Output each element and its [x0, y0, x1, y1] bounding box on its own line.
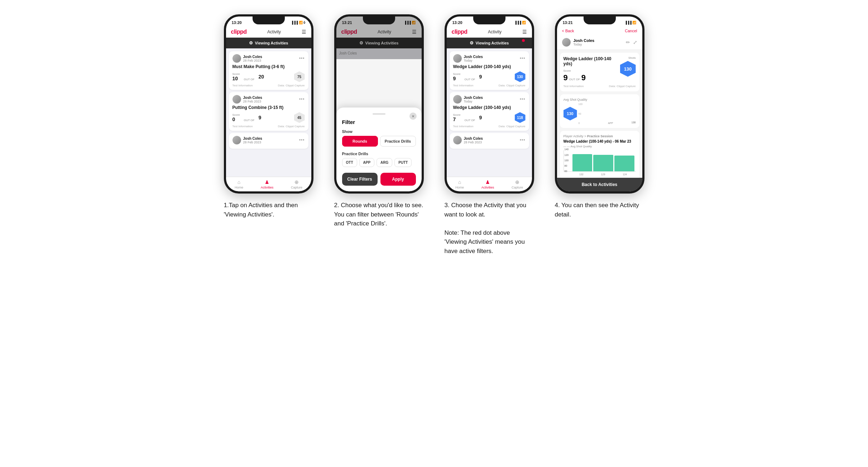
practice-activity-4: Player Activity > Practice Session	[564, 134, 636, 138]
phone-screen-2: 13:21 ▐▐▐ 📶 clippd Activity ☰ ⚙ Viewing …	[336, 16, 422, 191]
nav-home-1[interactable]: ⌂ Home	[235, 179, 243, 189]
footer-right-3-0: Data: Clippd Capture	[499, 84, 526, 87]
activities-icon-3: ♟	[485, 179, 490, 185]
phone-col-1: 13:20 ▐▐▐ 📶 ὐ‌ clippd Activity ☰ ⚙ Viewi…	[219, 14, 319, 219]
score-label-1-1: Score	[232, 113, 240, 116]
user-date-3-0: Today	[464, 59, 483, 62]
capture-icon-1: ⊕	[294, 179, 299, 185]
header-title-3: Activity	[488, 29, 502, 34]
drill-arg-2[interactable]: ARG	[377, 158, 392, 167]
viewing-banner-3[interactable]: ⚙ Viewing Activities	[447, 38, 532, 48]
more-dots-1-2[interactable]: •••	[299, 138, 305, 143]
filter-actions-2: Clear Filters Apply	[342, 173, 416, 186]
phone-screen-4: 13:21 ▐▐▐ 📶 < Back Cancel Josh Coles Tod…	[557, 16, 642, 191]
expand-icon-4[interactable]: ⤢	[633, 39, 637, 45]
out-of-3-0: OUT OF	[464, 78, 475, 81]
viewing-activities-label-3: Viewing Activities	[476, 41, 509, 45]
out-of-1-1: OUT OF	[244, 119, 254, 122]
filter-close-2[interactable]: ✕	[409, 113, 417, 120]
detail-user-date-4: Today	[574, 43, 595, 46]
session-subtitle-4: — — Avg Shot Quality	[564, 145, 636, 148]
user-name-1-2: Josh Coles	[243, 137, 262, 140]
footer-right-1-1: Data: Clippd Capture	[278, 125, 305, 128]
viewing-banner-1[interactable]: ⚙ Viewing Activities	[226, 38, 311, 48]
activity-card-3-2[interactable]: Josh Coles 28 Feb 2023 •••	[450, 133, 529, 149]
drag-handle-2[interactable]	[373, 113, 385, 115]
nav-capture-label-1: Capture	[291, 186, 302, 189]
user-date-1-2: 28 Feb 2023	[243, 140, 262, 144]
shots-val-3-1: 9	[479, 115, 482, 120]
nav-activities-label-1: Activities	[261, 186, 274, 189]
more-dots-1-1[interactable]: •••	[299, 97, 305, 102]
nav-home-3[interactable]: ⌂ Home	[455, 179, 464, 189]
activity-card-3-0[interactable]: Josh Coles Today ••• Wedge Ladder (100-1…	[450, 51, 529, 90]
apply-btn-2[interactable]: Apply	[380, 173, 416, 186]
avg-sq-label-4: Avg Shot Quality	[564, 98, 636, 101]
edit-icon-4[interactable]: ✏	[626, 39, 630, 45]
detail-user-section-4: Josh Coles Today ✏ ⤢	[557, 35, 642, 50]
caption-text-4: 4. You can then see the Activity detail.	[555, 202, 639, 218]
app-header-3: clippd Activity ☰	[447, 27, 532, 38]
hamburger-icon-3[interactable]: ☰	[522, 29, 527, 35]
score-val-3-0: 9	[453, 76, 461, 81]
activity-card-1-0[interactable]: Josh Coles 28 Feb 2023 ••• Must Make Put…	[229, 51, 308, 90]
avatar-1-1	[232, 95, 241, 104]
activity-card-1-2[interactable]: Josh Coles 28 Feb 2023 •••	[229, 133, 308, 149]
nav-activities-3[interactable]: ♟ Activities	[481, 179, 494, 189]
score-val-4: 9	[564, 73, 568, 82]
notch-2	[363, 16, 395, 24]
drill-app-2[interactable]: APP	[359, 158, 375, 167]
logo-1: clippd	[231, 29, 247, 35]
nav-capture-3[interactable]: ⊕ Capture	[512, 179, 523, 189]
drill-ott-2[interactable]: OTT	[342, 158, 357, 167]
nav-activities-1[interactable]: ♟ Activities	[261, 179, 274, 189]
footer-left-3-1: Test Information	[453, 125, 474, 128]
more-dots-1-0[interactable]: •••	[299, 56, 305, 61]
clear-filters-btn-2[interactable]: Clear Filters	[342, 173, 378, 186]
status-icons-1: ▐▐▐ 📶 ὐ‌	[291, 21, 305, 24]
phone-col-2: 13:21 ▐▐▐ 📶 clippd Activity ☰ ⚙ Viewing …	[329, 14, 429, 228]
bottom-nav-3: ⌂ Home ♟ Activities ⊕ Capture	[447, 177, 532, 191]
header-title-2: Activity	[378, 29, 391, 34]
nav-capture-1[interactable]: ⊕ Capture	[291, 179, 302, 189]
status-icons-3: ▐▐▐ 📶	[514, 21, 526, 24]
caption-text-3: 3. Choose the Activity that you want to …	[445, 202, 527, 254]
back-to-activities-btn-4[interactable]: Back to Activities	[557, 178, 642, 191]
home-icon-3: ⌂	[458, 179, 461, 185]
status-time-3: 13:20	[452, 20, 462, 25]
chart-y-labels-4: 100 50 0	[579, 103, 584, 124]
user-date-3-2: 28 Feb 2023	[464, 140, 483, 144]
logo-3: clippd	[452, 29, 467, 35]
activity-card-3-1[interactable]: Josh Coles Today ••• Wedge Ladder (100-1…	[450, 92, 529, 131]
phone-frame-2: 13:21 ▐▐▐ 📶 clippd Activity ☰ ⚙ Viewing …	[334, 14, 424, 194]
user-date-1-1: 28 Feb 2023	[243, 100, 262, 103]
status-time-4: 13:21	[563, 20, 573, 25]
detail-user-name-4: Josh Coles	[574, 38, 595, 43]
more-dots-3-1[interactable]: •••	[520, 97, 526, 102]
status-icons-4: ▐▐▐ 📶	[625, 21, 637, 24]
detail-info-left-4: Test Information	[564, 85, 584, 88]
score-val-1-0: 10	[232, 76, 240, 81]
nav-activities-label-3: Activities	[481, 186, 494, 189]
activity-card-1-1[interactable]: Josh Coles 28 Feb 2023 ••• Putting Combi…	[229, 92, 308, 131]
score-col-4: Score	[564, 69, 620, 72]
show-label-2: Show	[342, 129, 416, 134]
header-title-1: Activity	[267, 29, 281, 34]
viewing-activities-label-1: Viewing Activities	[255, 41, 288, 45]
cancel-btn-4[interactable]: Cancel	[625, 29, 637, 33]
footer-left-1-1: Test Information	[232, 125, 253, 128]
drill-putt-2[interactable]: PUTT	[394, 158, 412, 167]
filter-icon-3: ⚙	[470, 40, 474, 46]
filter-modal-2: ✕ Filter Show Rounds Practice Drills Pra…	[336, 108, 422, 191]
hamburger-icon-1[interactable]: ☰	[302, 29, 306, 35]
practice-drills-btn-2[interactable]: Practice Drills	[380, 136, 416, 147]
rounds-btn-2[interactable]: Rounds	[342, 136, 378, 147]
more-dots-3-2[interactable]: •••	[520, 138, 526, 143]
filter-title-2: Filter	[342, 119, 416, 125]
shots-val-4: 9	[581, 73, 586, 82]
more-dots-3-0[interactable]: •••	[520, 56, 526, 61]
back-btn-4[interactable]: < Back	[562, 29, 574, 33]
session-bar-3	[614, 156, 634, 171]
session-title-4: Wedge Ladder (100-140 yds) - 06 Mar 23	[564, 139, 636, 143]
nav-home-label-3: Home	[455, 186, 464, 189]
